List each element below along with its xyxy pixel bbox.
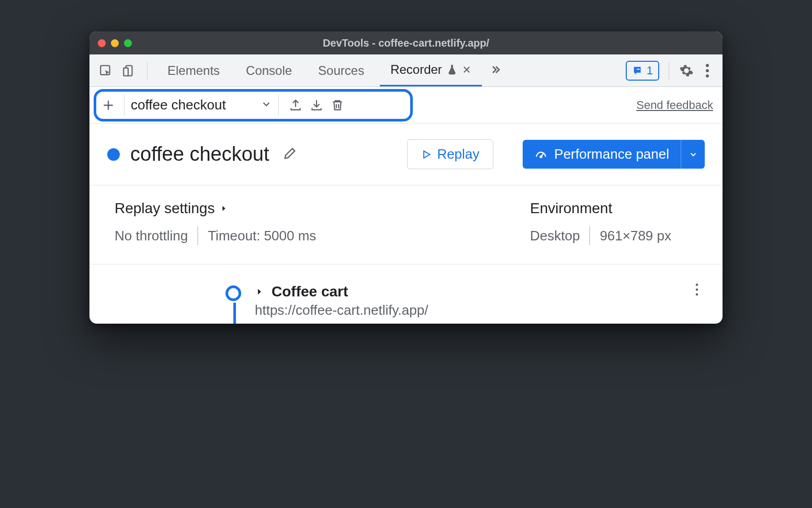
gauge-icon <box>534 148 548 161</box>
new-recording-button[interactable] <box>99 96 118 115</box>
issues-badge[interactable]: 1 <box>626 61 659 81</box>
caret-right-icon <box>255 287 264 296</box>
tab-recorder[interactable]: Recorder <box>380 54 482 86</box>
tab-console[interactable]: Console <box>235 54 302 86</box>
svg-point-8 <box>696 283 698 286</box>
export-button[interactable] <box>285 95 306 116</box>
performance-dropdown[interactable] <box>681 140 705 169</box>
performance-label: Performance panel <box>554 146 669 162</box>
tab-label: Elements <box>167 63 220 78</box>
play-icon <box>421 149 432 160</box>
tab-label: Sources <box>318 63 364 78</box>
recording-selector[interactable]: coffee checkout <box>131 97 256 113</box>
settings-row: Replay settings No throttling Timeout: 5… <box>89 185 723 264</box>
inspect-element-icon[interactable] <box>97 62 115 80</box>
delete-button[interactable] <box>327 95 348 116</box>
svg-point-10 <box>696 293 698 296</box>
flask-icon <box>446 64 458 75</box>
caret-right-icon <box>220 204 228 213</box>
step-marker <box>225 285 241 301</box>
svg-point-6 <box>706 74 709 78</box>
issues-icon <box>632 65 644 76</box>
traffic-lights <box>98 39 132 47</box>
svg-rect-0 <box>100 65 109 74</box>
separator <box>589 226 590 245</box>
window-titlebar: DevTools - coffee-cart.netlify.app/ <box>89 31 723 54</box>
recorder-toolbar: coffee checkout Send feedback <box>89 87 723 124</box>
environment-title: Environment <box>530 200 697 217</box>
step-connector <box>233 303 236 324</box>
device-toolbar-icon[interactable] <box>120 62 138 80</box>
recording-status-dot <box>107 148 120 161</box>
send-feedback-link[interactable]: Send feedback <box>636 98 713 112</box>
replay-settings: Replay settings No throttling Timeout: 5… <box>115 200 530 245</box>
replay-label: Replay <box>437 146 479 162</box>
steps-list: Coffee cart https://coffee-cart.netlify.… <box>89 264 723 324</box>
svg-point-4 <box>706 64 709 67</box>
more-menu-icon[interactable] <box>700 63 715 79</box>
close-window-button[interactable] <box>98 39 106 47</box>
step-title: Coffee cart <box>272 283 348 300</box>
tab-label: Recorder <box>390 62 442 77</box>
minimize-window-button[interactable] <box>111 39 119 47</box>
step-item: Coffee cart https://coffee-cart.netlify.… <box>110 283 702 318</box>
separator <box>197 226 198 245</box>
svg-point-7 <box>540 156 542 157</box>
performance-panel-main[interactable]: Performance panel <box>523 140 681 169</box>
recording-header: coffee checkout Replay Performance panel <box>89 124 723 185</box>
replay-settings-values: No throttling Timeout: 5000 ms <box>115 226 530 245</box>
viewport-value: 961×789 px <box>600 228 671 244</box>
tab-label: Console <box>246 63 292 78</box>
recording-title: coffee checkout <box>130 143 269 165</box>
window-title: DevTools - coffee-cart.netlify.app/ <box>89 37 723 49</box>
replay-button[interactable]: Replay <box>407 139 493 169</box>
svg-rect-2 <box>123 68 128 75</box>
replay-settings-title[interactable]: Replay settings <box>115 200 530 217</box>
svg-rect-3 <box>637 69 640 70</box>
step-body[interactable]: Coffee cart https://coffee-cart.netlify.… <box>255 283 682 318</box>
svg-point-9 <box>696 289 698 291</box>
issues-count: 1 <box>647 64 653 78</box>
tab-sources[interactable]: Sources <box>308 54 375 86</box>
separator <box>124 95 125 116</box>
timeout-value: Timeout: 5000 ms <box>208 228 316 244</box>
recording-name-label: coffee checkout <box>131 97 226 113</box>
environment-values: Desktop 961×789 px <box>530 226 697 245</box>
environment-settings: Environment Desktop 961×789 px <box>530 200 697 245</box>
close-tab-icon[interactable] <box>462 65 471 74</box>
throttling-value: No throttling <box>115 228 188 244</box>
more-tabs-icon[interactable] <box>489 63 502 78</box>
step-url: https://coffee-cart.netlify.app/ <box>255 302 682 318</box>
separator <box>147 62 148 80</box>
device-value: Desktop <box>530 228 580 244</box>
separator <box>278 95 279 116</box>
edit-title-icon[interactable] <box>283 146 297 163</box>
maximize-window-button[interactable] <box>124 39 132 47</box>
tab-elements[interactable]: Elements <box>157 54 230 86</box>
devtools-tabstrip: Elements Console Sources Recorder 1 <box>89 54 723 87</box>
performance-panel-button[interactable]: Performance panel <box>523 140 705 169</box>
settings-icon[interactable] <box>679 63 694 79</box>
devtools-window: DevTools - coffee-cart.netlify.app/ Elem… <box>89 31 723 324</box>
replay-settings-label: Replay settings <box>115 200 215 217</box>
chevron-down-icon[interactable] <box>261 98 272 112</box>
svg-point-5 <box>706 69 709 72</box>
import-button[interactable] <box>306 95 327 116</box>
separator <box>669 62 669 80</box>
step-menu-icon[interactable] <box>695 283 698 298</box>
